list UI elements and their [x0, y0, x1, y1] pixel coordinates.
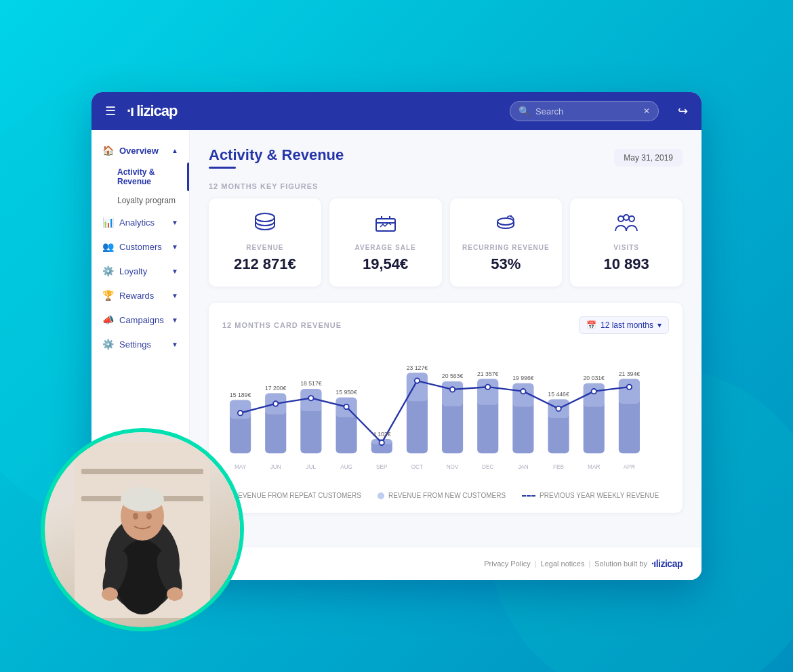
svg-text:15 950€: 15 950€: [336, 389, 357, 396]
svg-text:DEC: DEC: [482, 464, 493, 470]
sidebar-label-settings: Settings: [119, 339, 151, 350]
svg-text:NOV: NOV: [447, 464, 459, 470]
svg-rect-39: [477, 379, 498, 404]
sidebar-label-customers: Customers: [119, 242, 162, 252]
chart-filter-button[interactable]: 📅 12 last months ▾: [579, 316, 669, 334]
title-underline: [209, 167, 236, 169]
sidebar-label-overview: Overview: [119, 146, 159, 156]
month-labels: MAY JUN JUL AUG SEP OCT NOV DEC JAN FEB: [235, 464, 635, 470]
svg-point-44: [238, 411, 243, 415]
svg-point-49: [415, 378, 420, 383]
legend-repeat-customers: REVENUE FROM REPEAT CUSTOMERS: [222, 492, 361, 499]
kpi-section-label: 12 MONTHS KEY FIGURES: [209, 182, 683, 190]
chevron-down-icon-5: ▼: [171, 316, 178, 324]
chevron-up-icon: ▲: [171, 147, 178, 154]
legend-prev-year: PREVIOUS YEAR WEEKLY REVENUE: [522, 492, 659, 499]
svg-point-19: [624, 215, 629, 220]
svg-point-46: [308, 396, 313, 400]
page-title: Activity & Revenue: [209, 146, 344, 164]
svg-text:15 446€: 15 446€: [548, 391, 569, 398]
visits-value: 10 893: [581, 255, 672, 273]
sidebar-label-campaigns: Campaigns: [119, 315, 164, 325]
svg-point-47: [344, 404, 348, 409]
main-content: Activity & Revenue May 31, 2019 12 MONTH…: [190, 130, 702, 547]
chevron-down-icon-4: ▼: [171, 292, 178, 299]
svg-text:21 394€: 21 394€: [619, 371, 640, 377]
svg-point-7: [121, 487, 164, 511]
svg-point-12: [102, 587, 118, 601]
sidebar-item-settings[interactable]: ⚙️ Settings ▼: [92, 332, 189, 356]
svg-text:APR: APR: [624, 464, 635, 470]
svg-text:FEB: FEB: [553, 464, 565, 470]
svg-point-45: [273, 401, 278, 406]
sidebar-sub-loyalty-program[interactable]: Loyalty program: [92, 191, 189, 210]
sidebar-item-overview[interactable]: 🏠 Overview ▲: [92, 138, 189, 163]
hamburger-button[interactable]: ☰: [105, 104, 116, 119]
visits-label: VISITS: [581, 244, 672, 251]
search-icon: 🔍: [518, 106, 530, 117]
svg-point-18: [629, 216, 634, 222]
sidebar-label-rewards: Rewards: [119, 291, 154, 301]
svg-point-8: [133, 513, 138, 520]
svg-rect-43: [619, 379, 640, 404]
svg-text:SEP: SEP: [376, 464, 388, 470]
kpi-card-recurring: RECURRING REVENUE 53%: [450, 198, 563, 287]
svg-text:20 031€: 20 031€: [584, 375, 605, 381]
search-clear-button[interactable]: ✕: [643, 106, 650, 116]
footer-solution: Solution built by: [594, 560, 647, 568]
avg-sale-value: 19,54€: [340, 255, 431, 273]
sidebar-sub-activity-revenue[interactable]: Activity & Revenue: [92, 163, 189, 191]
kpi-card-avg-sale: AVERAGE SALE 19,54€: [329, 198, 442, 287]
svg-text:MAR: MAR: [588, 464, 600, 470]
svg-point-55: [627, 385, 632, 390]
rewards-icon: 🏆: [102, 290, 114, 301]
sidebar-item-campaigns[interactable]: 📣 Campaigns ▼: [92, 308, 189, 332]
svg-point-16: [497, 218, 514, 225]
footer-legal[interactable]: Legal notices: [541, 560, 585, 568]
avg-sale-icon: [340, 212, 431, 238]
svg-point-51: [485, 385, 490, 390]
svg-point-54: [592, 389, 596, 394]
svg-text:21 357€: 21 357€: [477, 371, 499, 377]
kpi-card-visits: VISITS 10 893: [570, 198, 683, 287]
recurring-label: RECURRING REVENUE: [461, 244, 552, 251]
sidebar-label-analytics: Analytics: [119, 217, 155, 228]
svg-text:JAN: JAN: [518, 464, 529, 470]
app-logo: ·ılizicap: [127, 102, 177, 120]
revenue-label: REVENUE: [220, 244, 310, 251]
sidebar-item-analytics[interactable]: 📊 Analytics ▼: [92, 210, 189, 234]
legend-line-prev: [522, 495, 535, 497]
kpi-row: REVENUE 212 871€: [209, 198, 683, 287]
svg-text:19 996€: 19 996€: [512, 375, 534, 381]
search-bar[interactable]: 🔍 ✕: [510, 101, 659, 121]
sidebar-item-customers[interactable]: 👥 Customers ▼: [92, 234, 189, 259]
chart-svg: 15 189€ 17 200€ 18 517€ 15 950€ 4 102€ 2…: [222, 345, 669, 481]
recurring-value: 53%: [461, 255, 552, 273]
svg-text:AUG: AUG: [340, 464, 352, 470]
svg-text:23 127€: 23 127€: [407, 364, 428, 371]
svg-text:18 517€: 18 517€: [300, 380, 322, 387]
footer-logo: ·ılizicap: [651, 558, 683, 569]
svg-point-50: [450, 387, 455, 392]
svg-point-48: [380, 440, 384, 445]
loyalty-icon: ⚙️: [102, 266, 114, 276]
settings-icon: ⚙️: [102, 339, 114, 350]
campaigns-icon: 📣: [102, 314, 114, 325]
home-icon: 🏠: [102, 145, 114, 156]
logout-button[interactable]: ↪: [678, 104, 688, 119]
search-input[interactable]: [535, 106, 638, 117]
sidebar-item-rewards[interactable]: 🏆 Rewards ▼: [92, 283, 189, 308]
footer: Privacy Policy | Legal notices | Solutio…: [190, 547, 702, 580]
chevron-down-icon: ▾: [657, 320, 662, 330]
sidebar-item-loyalty[interactable]: ⚙️ Loyalty ▼: [92, 259, 189, 283]
person-image: [45, 432, 240, 627]
legend-new-customers: REVENUE FROM NEW CUSTOMERS: [378, 492, 506, 499]
sidebar-sub-overview: Activity & Revenue Loyalty program: [92, 163, 189, 210]
calendar-icon: 📅: [586, 320, 596, 330]
svg-point-53: [556, 406, 561, 411]
footer-privacy[interactable]: Privacy Policy: [484, 560, 530, 568]
svg-text:17 200€: 17 200€: [265, 385, 287, 392]
top-nav: ☰ ·ılizicap 🔍 ✕ ↪: [92, 92, 702, 130]
revenue-value: 212 871€: [220, 255, 310, 273]
svg-text:20 563€: 20 563€: [442, 373, 464, 379]
